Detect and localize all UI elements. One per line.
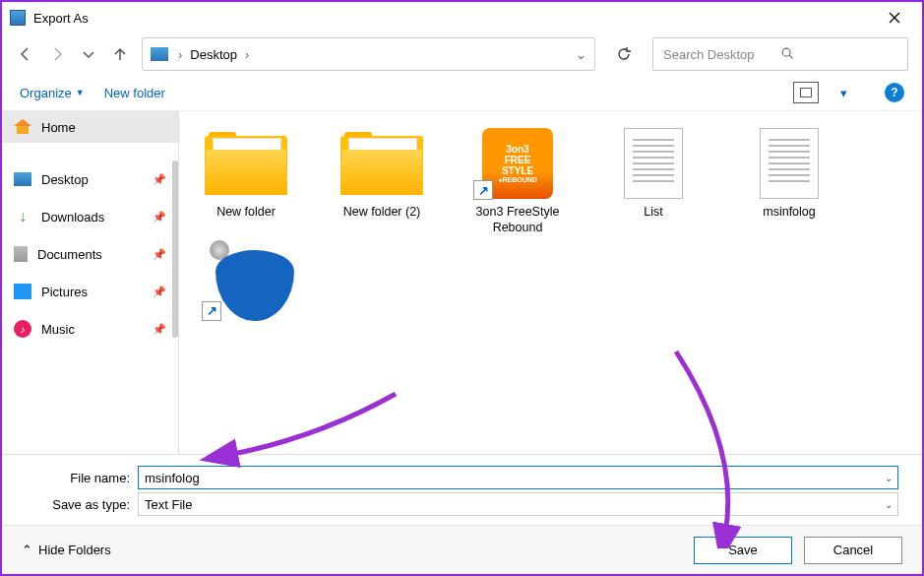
shortcut-item[interactable]: 3on3FREESTYLE●REBOUND ↗ 3on3 FreeStyle R… — [459, 123, 577, 240]
chevron-up-icon: ⌃ — [22, 543, 32, 557]
chevron-right-icon: › — [178, 47, 182, 62]
sidebar-scrollbar[interactable] — [172, 160, 178, 338]
pin-icon: 📌 — [153, 248, 166, 261]
recent-locations-button[interactable] — [79, 44, 98, 64]
close-button[interactable] — [875, 4, 914, 32]
desktop-location-icon — [151, 47, 168, 61]
folder-item[interactable]: New folder (2) — [323, 123, 441, 240]
view-options-button[interactable] — [793, 82, 819, 103]
sidebar-item-music[interactable]: ♪ Music 📌 — [2, 310, 178, 348]
breadcrumb-segment[interactable]: Desktop — [190, 47, 237, 62]
chevron-down-icon[interactable]: ⌄ — [576, 47, 586, 62]
pin-icon: 📌 — [153, 173, 166, 186]
sidebar-item-home[interactable]: Home — [2, 111, 178, 143]
pin-icon: 📌 — [153, 286, 166, 298]
hide-folders-button[interactable]: ⌃ Hide Folders — [22, 543, 111, 557]
forward-button[interactable] — [47, 44, 67, 64]
textfile-item[interactable]: List — [594, 123, 712, 240]
toolbar: Organize ▼ New folder ▾ ? — [2, 75, 922, 110]
navigation-row: › Desktop › ⌄ Search Desktop — [2, 33, 922, 75]
up-button[interactable] — [110, 44, 130, 64]
view-options-caret[interactable]: ▾ — [840, 86, 847, 100]
chevron-right-icon: › — [245, 47, 249, 62]
filename-label: File name: — [30, 471, 138, 485]
search-placeholder: Search Desktop — [663, 47, 780, 62]
file-list: New folder New folder (2) 3on3FREESTYLE●… — [179, 111, 922, 454]
organize-menu[interactable]: Organize ▼ — [20, 86, 85, 100]
body: Home Desktop 📌 ↓ Downloads 📌 Documents 📌… — [2, 110, 922, 454]
caret-down-icon: ▼ — [76, 88, 85, 97]
folder-item[interactable]: New folder — [187, 123, 305, 240]
new-folder-button[interactable]: New folder — [104, 86, 165, 100]
back-button[interactable] — [16, 44, 35, 64]
filename-input[interactable] — [138, 466, 898, 489]
sidebar-item-downloads[interactable]: ↓ Downloads 📌 — [2, 198, 178, 235]
svg-line-3 — [789, 55, 792, 58]
documents-icon — [14, 246, 28, 262]
filetype-label: Save as type: — [30, 497, 138, 512]
filetype-select[interactable]: Text File — [138, 492, 898, 516]
address-bar[interactable]: › Desktop › ⌄ — [142, 37, 595, 71]
footer: ⌃ Hide Folders Save Cancel — [2, 525, 922, 574]
cancel-button[interactable]: Cancel — [804, 537, 902, 564]
svg-point-2 — [782, 48, 790, 56]
help-button[interactable]: ? — [885, 83, 904, 102]
breadcrumbs: › Desktop › — [178, 47, 576, 62]
search-icon — [780, 46, 897, 63]
shortcut-arrow-icon: ↗ — [473, 180, 493, 200]
window-title: Export As — [33, 11, 875, 26]
sidebar-item-documents[interactable]: Documents 📌 — [2, 235, 178, 273]
sidebar: Home Desktop 📌 ↓ Downloads 📌 Documents 📌… — [2, 111, 179, 454]
refresh-button[interactable] — [607, 37, 641, 71]
file-fields: File name: ⌄ Save as type: Text File ⌄ — [2, 454, 922, 525]
textfile-icon — [760, 128, 819, 199]
sidebar-item-desktop[interactable]: Desktop 📌 — [2, 160, 178, 198]
desktop-icon — [14, 172, 31, 186]
export-as-dialog: Export As › Desktop › ⌄ — [0, 0, 924, 576]
music-icon: ♪ — [14, 320, 31, 338]
pin-icon: 📌 — [153, 323, 166, 336]
titlebar: Export As — [2, 2, 922, 33]
save-button[interactable]: Save — [694, 537, 792, 564]
shortcut-item[interactable]: ↗ — [187, 244, 305, 360]
home-icon — [14, 119, 31, 135]
shortcut-arrow-icon: ↗ — [202, 301, 221, 321]
downloads-icon: ↓ — [14, 208, 31, 225]
pin-icon: 📌 — [153, 211, 166, 224]
search-input[interactable]: Search Desktop — [652, 37, 908, 71]
app-icon — [10, 10, 26, 26]
textfile-icon — [624, 128, 683, 199]
sidebar-item-pictures[interactable]: Pictures 📌 — [2, 273, 178, 310]
pictures-icon — [14, 284, 31, 299]
textfile-item[interactable]: msinfolog — [730, 123, 848, 240]
